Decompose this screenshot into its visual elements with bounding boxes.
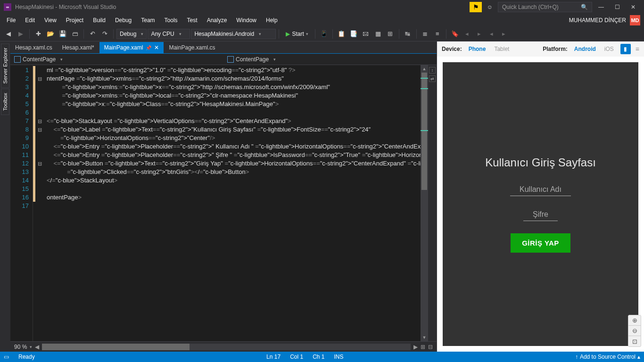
pin-icon[interactable]: 📌: [146, 45, 151, 50]
nav-bar: ContentPage ContentPage: [10, 54, 437, 65]
scroll-down-arrow[interactable]: ▼: [421, 334, 428, 341]
minimize-button[interactable]: —: [594, 2, 608, 12]
device-label: Device:: [442, 46, 462, 52]
toolbar-icon[interactable]: 📑: [348, 28, 359, 40]
menu-test[interactable]: Test: [182, 15, 202, 25]
doc-tab[interactable]: MainPage.xaml.cs: [164, 42, 220, 53]
preview-zoom-controls: ⊕ ⊖ ⊡: [628, 315, 641, 347]
quick-launch-placeholder: Quick Launch (Ctrl+Q): [502, 4, 559, 10]
hscroll-right[interactable]: ▶: [413, 344, 418, 350]
splitter-icon[interactable]: ⊟: [428, 344, 433, 350]
new-project-button[interactable]: ✚: [33, 28, 44, 40]
menu-bar: FileEditViewProjectBuildDebugTeamToolsTe…: [0, 14, 644, 26]
user-avatar[interactable]: MD: [630, 15, 640, 25]
toolbar-icon[interactable]: ≡: [432, 28, 443, 40]
device-phone-option[interactable]: Phone: [467, 45, 488, 53]
phone-preview: Kullanıcı Giriş Sayfası Kullanıcı Adı Şi…: [443, 62, 638, 346]
menu-analyze[interactable]: Analyze: [202, 15, 232, 25]
user-name[interactable]: MUHAMMED DİNÇER: [569, 17, 626, 24]
status-line: Ln 17: [266, 354, 281, 360]
toolbar-icon[interactable]: ↹: [402, 28, 413, 40]
toolbar-icon[interactable]: 📱: [318, 28, 330, 40]
nav-scope-right[interactable]: ContentPage: [223, 56, 280, 63]
solution-config-combo[interactable]: Debug: [116, 29, 147, 39]
doc-tab[interactable]: Hesap.xaml*: [58, 42, 99, 53]
code-editor[interactable]: ml ="c-lightblue">version=="c-string2">"…: [44, 65, 421, 341]
element-icon: [14, 56, 21, 63]
save-button[interactable]: 💾: [57, 28, 68, 40]
fold-gutter[interactable]: ⊟⊟⊟⊟: [35, 65, 44, 341]
preview-password-entry: Şifre: [523, 208, 558, 221]
menu-edit[interactable]: Edit: [20, 15, 40, 25]
toolbar-icon[interactable]: 📋: [336, 28, 347, 40]
close-icon[interactable]: ✕: [154, 44, 159, 51]
splitter-icon[interactable]: ⊞: [421, 344, 425, 350]
status-bar: ▭ Ready Ln 17 Col 1 Ch 1 INS ↑ Add to So…: [0, 352, 644, 362]
menu-build[interactable]: Build: [88, 15, 110, 25]
document-tabs: Hesap.xaml.csHesap.xaml*MainPage.xaml📌✕M…: [10, 41, 437, 54]
hscroll-left[interactable]: ◀: [35, 344, 39, 350]
vs-logo-icon: ∞: [4, 3, 11, 11]
toolbar-icon[interactable]: ◂: [462, 28, 473, 40]
toolbar-icon[interactable]: ▸: [474, 28, 485, 40]
startup-project-combo[interactable]: HesapMakinesi.Android: [191, 29, 276, 39]
preview-menu-icon[interactable]: ≡: [636, 45, 639, 53]
platform-ios-option[interactable]: iOS: [603, 45, 616, 53]
status-ch: Ch 1: [313, 354, 324, 360]
source-control-button[interactable]: ↑ Add to Source Control ▴: [575, 354, 640, 360]
standard-toolbar: ◀ ▶ ✚ 📂 💾 🗃 ↶ ↷ Debug Any CPU HesapMakin…: [0, 26, 644, 41]
toolbar-icon[interactable]: 🔖: [449, 28, 461, 40]
search-icon: 🔍: [581, 4, 588, 10]
zoom-level[interactable]: 90 %: [14, 344, 27, 350]
menu-window[interactable]: Window: [231, 15, 261, 25]
scroll-up-arrow[interactable]: ▲: [421, 65, 428, 73]
menu-view[interactable]: View: [40, 15, 61, 25]
doc-tab[interactable]: Hesap.xaml.cs: [10, 42, 58, 53]
menu-help[interactable]: Help: [261, 15, 282, 25]
nav-back-button[interactable]: ◀: [3, 28, 14, 40]
toolbar-icon[interactable]: ▦: [372, 28, 384, 40]
undo-button[interactable]: ↶: [87, 28, 98, 40]
menu-team[interactable]: Team: [136, 15, 159, 25]
menu-file[interactable]: File: [2, 15, 20, 25]
zoom-in-button[interactable]: ⊕: [628, 315, 641, 326]
element-icon: [227, 56, 234, 63]
save-all-button[interactable]: 🗃: [69, 28, 81, 40]
zoom-out-button[interactable]: ⊖: [628, 326, 641, 336]
toolbar-icon[interactable]: 🖂: [360, 28, 372, 40]
feedback-icon[interactable]: ☺: [484, 2, 496, 12]
output-window-icon[interactable]: ▭: [4, 354, 9, 360]
toolbar-icon[interactable]: ▸: [498, 28, 510, 40]
maximize-button[interactable]: ☐: [610, 2, 624, 12]
editor-split-controls[interactable]: ↕ ⇄: [428, 65, 437, 341]
open-file-button[interactable]: 📂: [45, 28, 56, 40]
orientation-icon[interactable]: ▮: [620, 44, 631, 54]
doc-tab[interactable]: MainPage.xaml📌✕: [99, 42, 165, 53]
platform-combo[interactable]: Any CPU: [148, 29, 190, 39]
platform-android-option[interactable]: Android: [572, 45, 598, 53]
swap-icon[interactable]: ⇄: [429, 75, 436, 82]
nav-scope-left[interactable]: ContentPage: [10, 56, 66, 63]
toolbar-icon[interactable]: ≣: [420, 28, 431, 40]
toolbar-icon[interactable]: ⊞: [385, 28, 396, 40]
server-explorer-tab[interactable]: Server Explorer: [1, 43, 9, 88]
quick-launch-input[interactable]: Quick Launch (Ctrl+Q) 🔍: [498, 2, 592, 12]
split-icon[interactable]: ↕: [429, 67, 436, 74]
start-debug-button[interactable]: ▶Start▾: [282, 28, 312, 40]
nav-forward-button[interactable]: ▶: [15, 28, 26, 40]
zoom-fit-button[interactable]: ⊡: [628, 336, 641, 346]
line-number-gutter: 1234567891011121314151617: [10, 65, 33, 341]
menu-project[interactable]: Project: [61, 15, 88, 25]
horizontal-scrollbar[interactable]: [42, 344, 411, 350]
toolbox-tab[interactable]: Toolbox: [1, 89, 9, 115]
device-tablet-option[interactable]: Tablet: [492, 45, 511, 53]
close-button[interactable]: ✕: [626, 2, 640, 12]
redo-button[interactable]: ↷: [99, 28, 110, 40]
platform-label: Platform:: [543, 46, 568, 52]
vertical-scrollbar[interactable]: ▲ ▼: [421, 65, 428, 341]
toolbar-icon[interactable]: ◂: [486, 28, 497, 40]
status-col: Col 1: [290, 354, 303, 360]
notification-flag-icon[interactable]: ⚑: [470, 2, 482, 12]
menu-tools[interactable]: Tools: [160, 15, 182, 25]
menu-debug[interactable]: Debug: [110, 15, 136, 25]
